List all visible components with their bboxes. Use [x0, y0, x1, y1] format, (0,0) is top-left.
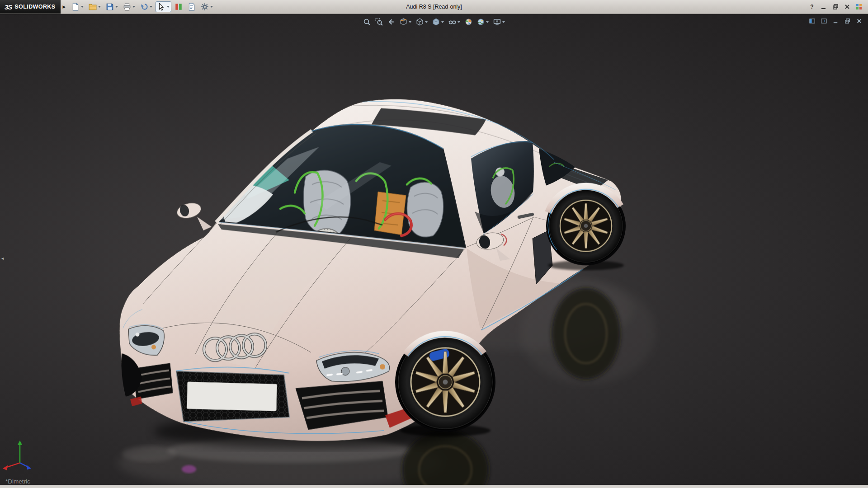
file-properties-button[interactable] — [186, 1, 198, 12]
splitter-accent-left — [130, 396, 142, 406]
apply-scene-icon — [477, 18, 485, 26]
license-plate — [187, 382, 277, 411]
win-min-icon — [820, 3, 827, 10]
dropdown-arrow-icon[interactable] — [150, 6, 152, 8]
edit-appearance-icon — [465, 18, 472, 26]
3ds-logo-icon: 3S — [5, 3, 12, 11]
dropdown-arrow-icon[interactable] — [458, 21, 460, 23]
rebuild-icon — [175, 3, 183, 11]
zoom-to-fit-button[interactable] — [361, 17, 373, 27]
print-icon — [123, 3, 131, 11]
view-orientation-label: *Dimetric — [5, 478, 30, 485]
chevron-left-icon: ◂ — [1, 256, 4, 261]
edit-appearance-button[interactable] — [463, 17, 474, 27]
hide-show-icon — [448, 18, 456, 26]
restore-down-button[interactable] — [830, 2, 841, 12]
apply-scene-button[interactable] — [475, 17, 491, 27]
triad-z-axis — [27, 465, 31, 469]
new-doc-icon — [71, 3, 80, 11]
document-window-controls — [807, 16, 864, 26]
pane-restore-icon — [809, 18, 816, 24]
file-properties-icon — [188, 3, 196, 11]
svg-text:?: ? — [810, 4, 813, 10]
select-button[interactable] — [156, 1, 171, 12]
toolbar-flyout-arrow-icon[interactable]: ▶ — [62, 5, 66, 9]
section-icon — [400, 18, 407, 26]
view-settings-icon — [493, 18, 501, 26]
dropdown-arrow-icon[interactable] — [425, 21, 428, 23]
options-gear-icon — [201, 3, 209, 11]
dropdown-arrow-icon[interactable] — [409, 21, 411, 23]
titlebar: 3S SOLIDWORKS ▶ Audi R8 S [Read-only] ? — [0, 0, 868, 14]
rebuild-button[interactable] — [173, 1, 184, 12]
select-cursor-icon — [157, 3, 165, 11]
side-mirror-left[interactable] — [175, 201, 212, 230]
hide-show-items-button[interactable] — [447, 17, 462, 27]
print-button[interactable] — [121, 1, 137, 12]
dropdown-arrow-icon[interactable] — [81, 6, 84, 8]
car-model[interactable] — [119, 99, 626, 448]
dropdown-arrow-icon[interactable] — [167, 6, 170, 8]
window-controls: ? — [807, 2, 868, 12]
previous-view-button[interactable] — [386, 17, 397, 27]
section-view-button[interactable] — [398, 17, 413, 27]
new-button[interactable] — [70, 1, 85, 12]
view-settings-button[interactable] — [491, 17, 507, 27]
help-icon: ? — [808, 3, 816, 10]
restore-document-button[interactable] — [842, 16, 853, 26]
solidworks-logo: 3S SOLIDWORKS — [0, 0, 61, 14]
minimize-document-button[interactable] — [830, 16, 841, 26]
dropdown-arrow-icon[interactable] — [98, 6, 101, 8]
front-grille[interactable] — [176, 371, 289, 422]
pane-expand-icon — [821, 18, 827, 24]
zoom-fit-icon — [363, 18, 371, 26]
dropdown-arrow-icon[interactable] — [210, 6, 213, 8]
display-style-button[interactable] — [430, 17, 446, 27]
view-orientation-button[interactable] — [414, 17, 429, 27]
win-close-icon — [844, 3, 851, 10]
expand-pane-button[interactable] — [819, 16, 829, 26]
apps-grid-icon — [855, 3, 863, 10]
orientation-triad[interactable] — [3, 441, 31, 470]
save-floppy-icon — [106, 3, 114, 11]
main-toolbar — [67, 1, 217, 12]
display-style-icon — [432, 18, 440, 26]
win-restore-icon — [832, 3, 839, 10]
save-button[interactable] — [104, 1, 120, 12]
dropdown-arrow-icon[interactable] — [115, 6, 118, 8]
help-button[interactable]: ? — [807, 2, 817, 12]
dropdown-arrow-icon[interactable] — [441, 21, 444, 23]
dropdown-arrow-icon[interactable] — [502, 21, 505, 23]
win-restore-icon — [844, 18, 851, 24]
win-close-icon — [856, 18, 863, 24]
undo-icon — [140, 3, 148, 11]
3d-viewport-scene[interactable] — [0, 14, 868, 485]
pane-splitter-arrow[interactable]: ◂ — [0, 252, 5, 264]
prev-view-icon — [387, 18, 395, 26]
heads-up-view-toolbar — [361, 17, 507, 27]
minimize-button[interactable] — [818, 2, 829, 12]
dropdown-arrow-icon[interactable] — [132, 6, 135, 8]
win-min-icon — [832, 18, 839, 24]
graphics-viewport[interactable]: ◂ *Dimetric — [0, 14, 868, 485]
undo-button[interactable] — [138, 1, 154, 12]
close-button[interactable] — [842, 2, 853, 12]
view-orient-icon — [416, 18, 424, 26]
close-document-button[interactable] — [854, 16, 864, 26]
open-button[interactable] — [87, 1, 103, 12]
status-bar — [0, 485, 868, 488]
open-folder-icon — [89, 3, 97, 11]
show-pane-button[interactable] — [807, 16, 817, 26]
resources-button[interactable] — [854, 2, 864, 12]
zoom-area-icon — [375, 18, 383, 26]
brand-name: SOLIDWORKS — [14, 4, 55, 10]
options-button[interactable] — [199, 1, 215, 12]
triad-x-axis — [3, 465, 8, 470]
dropdown-arrow-icon[interactable] — [486, 21, 489, 23]
triad-y-axis — [18, 441, 22, 445]
zoom-to-area-button[interactable] — [373, 17, 385, 27]
